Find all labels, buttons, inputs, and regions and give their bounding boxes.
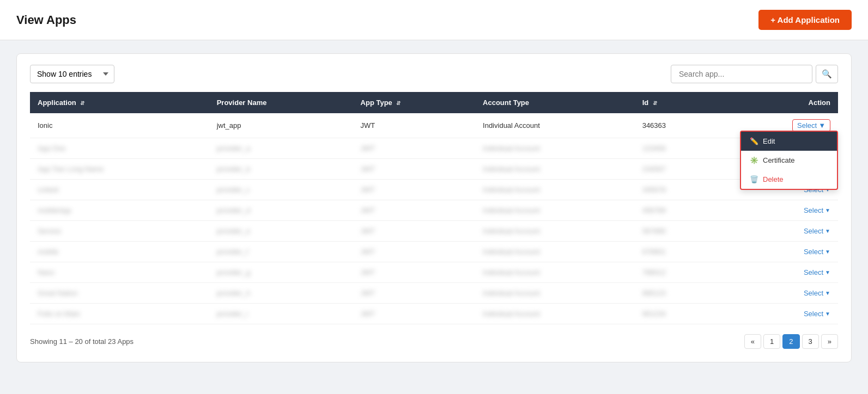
- main-content: Show 5 entries Show 10 entries Show 25 e…: [0, 40, 868, 375]
- top-bar: View Apps + Add Application: [0, 0, 868, 40]
- table-header-row: Application ⇵ Provider Name App Type ⇵ A…: [30, 92, 838, 113]
- footer-area: Showing 11 – 20 of total 23 Apps « 1 2 3…: [30, 334, 838, 349]
- cell-provider-name: provider_i: [209, 304, 353, 324]
- cell-application: Folio on Main: [30, 304, 209, 324]
- select-button-9[interactable]: Select ▼: [804, 310, 830, 318]
- action-cell: Select ▼ ✏️ Edit ✳️ Certificate 🗑️ Delet…: [720, 113, 838, 138]
- col-account-type: Account Type: [475, 92, 635, 113]
- certificate-label: Certificate: [763, 156, 795, 164]
- cell-app-type: JWT: [353, 200, 475, 221]
- show-entries-select[interactable]: Show 5 entries Show 10 entries Show 25 e…: [30, 65, 114, 83]
- pagination-page-1[interactable]: 1: [763, 334, 780, 349]
- action-cell: Select ▼: [720, 221, 838, 242]
- chevron-down-icon: ▼: [825, 207, 830, 213]
- table-row: Folio on Main provider_i JWT Individual …: [30, 304, 838, 324]
- sort-icon-application: ⇵: [80, 100, 84, 106]
- cell-account-type: Individual Account: [475, 159, 635, 180]
- table-row: App Two Long Name provider_b JWT Individ…: [30, 159, 838, 180]
- chevron-down-icon: ▼: [825, 311, 830, 317]
- cell-account-type: Individual Account: [475, 138, 635, 159]
- chevron-down-icon: ▼: [825, 269, 830, 275]
- cell-id: 345678: [635, 180, 720, 200]
- cell-app-type: JWT: [353, 242, 475, 262]
- cell-account-type: Individual Account: [475, 221, 635, 242]
- delete-label: Delete: [763, 175, 784, 183]
- add-application-button[interactable]: + Add Application: [758, 10, 852, 30]
- select-button-8[interactable]: Select ▼: [804, 289, 830, 297]
- showing-text: Showing 11 – 20 of total 23 Apps: [30, 337, 133, 346]
- sort-icon-app-type: ⇵: [396, 100, 400, 106]
- action-cell: Select ▼: [720, 262, 838, 283]
- chevron-down-icon: ▼: [818, 121, 825, 130]
- cell-provider-name: provider_e: [209, 221, 353, 242]
- page-title: View Apps: [16, 13, 76, 27]
- cell-provider-name: provider_f: [209, 242, 353, 262]
- table-row: Service provider_e JWT Individual Accoun…: [30, 221, 838, 242]
- cell-app-type: JWT: [353, 180, 475, 200]
- cell-account-type: Individual Account: [475, 113, 635, 138]
- dropdown-item-delete[interactable]: 🗑️ Delete: [741, 170, 837, 189]
- cell-app-type: JWT: [353, 262, 475, 283]
- table-row: Great Nation provider_h JWT Individual A…: [30, 283, 838, 304]
- cell-id: 789012: [635, 262, 720, 283]
- action-cell: Select ▼: [720, 283, 838, 304]
- chevron-down-icon: ▼: [825, 228, 830, 234]
- cell-account-type: Individual Account: [475, 304, 635, 324]
- cell-app-type: JWT: [353, 304, 475, 324]
- pagination-page-3[interactable]: 3: [802, 334, 819, 349]
- chevron-down-icon: ▼: [825, 249, 830, 255]
- cell-provider-name: provider_d: [209, 200, 353, 221]
- cell-application: Nano: [30, 262, 209, 283]
- cell-application: mobile: [30, 242, 209, 262]
- pagination: « 1 2 3 »: [744, 334, 838, 349]
- dropdown-menu: ✏️ Edit ✳️ Certificate 🗑️ Delete: [740, 131, 838, 190]
- action-cell: Select ▼: [720, 304, 838, 324]
- cell-id: 678901: [635, 242, 720, 262]
- select-button-0[interactable]: Select ▼: [792, 119, 830, 132]
- select-button-4[interactable]: Select ▼: [804, 206, 830, 214]
- cell-app-type: JWT: [353, 113, 475, 138]
- cell-account-type: Individual Account: [475, 283, 635, 304]
- col-provider-name: Provider Name: [209, 92, 353, 113]
- table-row: Ionic jwt_app JWT Individual Account 346…: [30, 113, 838, 138]
- pagination-page-2[interactable]: 2: [782, 334, 799, 349]
- edit-icon: ✏️: [750, 137, 758, 145]
- cell-account-type: Individual Account: [475, 200, 635, 221]
- pagination-prev[interactable]: «: [744, 334, 761, 349]
- cell-application: App One: [30, 138, 209, 159]
- search-input[interactable]: [671, 65, 812, 83]
- search-area: 🔍: [671, 65, 838, 83]
- cell-provider-name: provider_g: [209, 262, 353, 283]
- cell-provider-name: jwt_app: [209, 113, 353, 138]
- show-entries-wrapper: Show 5 entries Show 10 entries Show 25 e…: [30, 65, 114, 83]
- col-action: Action: [720, 92, 838, 113]
- select-button-6[interactable]: Select ▼: [804, 248, 830, 256]
- cell-application: App Two Long Name: [30, 159, 209, 180]
- cell-application: Linked: [30, 180, 209, 200]
- cell-account-type: Individual Account: [475, 180, 635, 200]
- cell-app-type: JWT: [353, 138, 475, 159]
- col-application: Application ⇵: [30, 92, 209, 113]
- col-id: Id ⇵: [635, 92, 720, 113]
- dropdown-item-certificate[interactable]: ✳️ Certificate: [741, 151, 837, 170]
- action-cell: Select ▼: [720, 200, 838, 221]
- cell-app-type: JWT: [353, 221, 475, 242]
- cell-account-type: Individual Account: [475, 262, 635, 283]
- cell-app-type: JWT: [353, 159, 475, 180]
- sort-icon-id: ⇵: [653, 100, 657, 106]
- cell-provider-name: provider_h: [209, 283, 353, 304]
- select-button-7[interactable]: Select ▼: [804, 268, 830, 276]
- toolbar: Show 5 entries Show 10 entries Show 25 e…: [30, 65, 838, 83]
- pagination-next[interactable]: »: [821, 334, 838, 349]
- cell-id: 346363: [635, 113, 720, 138]
- apps-table: Application ⇵ Provider Name App Type ⇵ A…: [30, 92, 838, 324]
- cell-id: 901234: [635, 304, 720, 324]
- table-row: mobile provider_f JWT Individual Account…: [30, 242, 838, 262]
- cell-id: 567890: [635, 221, 720, 242]
- cell-application: mobileApp: [30, 200, 209, 221]
- select-button-5[interactable]: Select ▼: [804, 227, 830, 235]
- cell-app-type: JWT: [353, 283, 475, 304]
- dropdown-item-edit[interactable]: ✏️ Edit: [741, 132, 837, 151]
- search-button[interactable]: 🔍: [816, 65, 838, 83]
- cell-application: Great Nation: [30, 283, 209, 304]
